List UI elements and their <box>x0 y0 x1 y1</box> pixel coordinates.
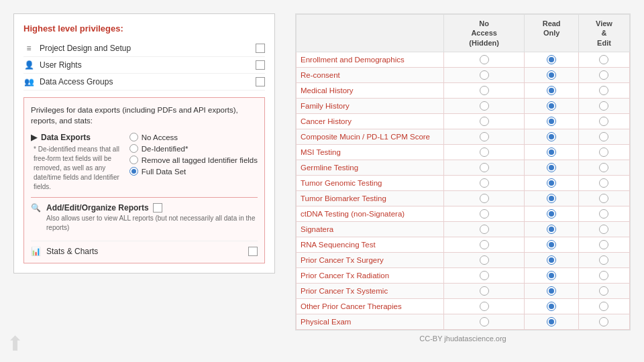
radio-cell-viewEdit[interactable] <box>578 237 629 252</box>
radio-cell-viewEdit[interactable] <box>578 221 629 237</box>
radio-readOnly-0[interactable] <box>547 55 556 64</box>
radio-cell-viewEdit[interactable] <box>578 175 629 190</box>
radio-cell-readOnly[interactable] <box>525 160 579 175</box>
radio-cell-readOnly[interactable] <box>525 144 579 160</box>
radio-cell-noAccess[interactable] <box>444 298 525 314</box>
privilege-checkbox-project[interactable] <box>256 44 265 53</box>
radio-cell-noAccess[interactable] <box>444 237 525 252</box>
radio-viewEdit-4[interactable] <box>599 117 608 126</box>
radio-cell-noAccess[interactable] <box>444 129 525 144</box>
radio-cell-noAccess[interactable] <box>444 52 525 67</box>
radio-cell-noAccess[interactable] <box>444 67 525 82</box>
radio-viewEdit-10[interactable] <box>599 209 608 219</box>
radio-viewEdit-2[interactable] <box>599 86 608 95</box>
radio-noAccess-17[interactable] <box>480 317 489 326</box>
radio-no-access[interactable]: No Access <box>129 133 258 141</box>
radio-viewEdit-9[interactable] <box>599 194 608 203</box>
radio-readOnly-7[interactable] <box>547 163 556 172</box>
radio-cell-noAccess[interactable] <box>444 175 525 190</box>
radio-cell-viewEdit[interactable] <box>578 98 629 113</box>
radio-readOnly-14[interactable] <box>547 271 556 280</box>
radio-cell-viewEdit[interactable] <box>578 267 629 283</box>
radio-cell-viewEdit[interactable] <box>578 298 629 314</box>
privilege-checkbox-userrights[interactable] <box>256 60 265 70</box>
radio-cell-readOnly[interactable] <box>525 237 579 252</box>
radio-remove-tagged-circle[interactable] <box>129 156 138 164</box>
radio-cell-noAccess[interactable] <box>444 314 525 329</box>
radio-noAccess-1[interactable] <box>480 70 489 80</box>
radio-cell-noAccess[interactable] <box>444 190 525 206</box>
radio-viewEdit-12[interactable] <box>599 240 608 249</box>
radio-readOnly-6[interactable] <box>547 147 556 157</box>
radio-noAccess-12[interactable] <box>480 240 489 249</box>
radio-cell-viewEdit[interactable] <box>578 190 629 206</box>
radio-cell-viewEdit[interactable] <box>578 283 629 298</box>
radio-noAccess-11[interactable] <box>480 225 489 234</box>
radio-cell-readOnly[interactable] <box>525 221 579 237</box>
radio-noAccess-8[interactable] <box>480 178 489 188</box>
radio-noAccess-10[interactable] <box>480 209 489 219</box>
radio-full-dataset-circle[interactable] <box>129 167 138 176</box>
radio-cell-readOnly[interactable] <box>525 206 579 221</box>
radio-cell-readOnly[interactable] <box>525 283 579 298</box>
radio-cell-readOnly[interactable] <box>525 67 579 82</box>
radio-full-dataset[interactable]: Full Data Set <box>129 167 258 176</box>
radio-cell-readOnly[interactable] <box>525 190 579 206</box>
radio-cell-readOnly[interactable] <box>525 52 579 67</box>
radio-viewEdit-16[interactable] <box>599 302 608 311</box>
radio-readOnly-15[interactable] <box>547 286 556 296</box>
stats-checkbox[interactable] <box>248 247 258 256</box>
radio-readOnly-8[interactable] <box>547 178 556 188</box>
radio-noAccess-14[interactable] <box>480 271 489 280</box>
radio-viewEdit-15[interactable] <box>599 286 608 296</box>
radio-cell-noAccess[interactable] <box>444 221 525 237</box>
radio-viewEdit-14[interactable] <box>599 271 608 280</box>
radio-noAccess-13[interactable] <box>480 255 489 265</box>
radio-cell-readOnly[interactable] <box>525 82 579 98</box>
radio-readOnly-5[interactable] <box>547 132 556 141</box>
radio-readOnly-1[interactable] <box>547 70 556 80</box>
radio-viewEdit-1[interactable] <box>599 70 608 80</box>
radio-noAccess-0[interactable] <box>480 55 489 64</box>
radio-cell-viewEdit[interactable] <box>578 67 629 82</box>
radio-readOnly-16[interactable] <box>547 302 556 311</box>
privilege-checkbox-accessgroups[interactable] <box>256 77 265 86</box>
radio-viewEdit-7[interactable] <box>599 163 608 172</box>
radio-cell-noAccess[interactable] <box>444 283 525 298</box>
radio-cell-readOnly[interactable] <box>525 98 579 113</box>
radio-cell-noAccess[interactable] <box>444 160 525 175</box>
radio-cell-viewEdit[interactable] <box>578 113 629 129</box>
radio-viewEdit-6[interactable] <box>599 147 608 157</box>
radio-viewEdit-0[interactable] <box>599 55 608 64</box>
radio-readOnly-10[interactable] <box>547 209 556 219</box>
radio-cell-noAccess[interactable] <box>444 82 525 98</box>
radio-noAccess-15[interactable] <box>480 286 489 296</box>
radio-noAccess-5[interactable] <box>480 132 489 141</box>
radio-cell-noAccess[interactable] <box>444 113 525 129</box>
radio-cell-noAccess[interactable] <box>444 144 525 160</box>
radio-cell-viewEdit[interactable] <box>578 252 629 267</box>
radio-readOnly-12[interactable] <box>547 240 556 249</box>
radio-viewEdit-13[interactable] <box>599 255 608 265</box>
reports-checkbox[interactable] <box>153 203 162 213</box>
radio-readOnly-17[interactable] <box>547 317 556 326</box>
radio-cell-viewEdit[interactable] <box>578 52 629 67</box>
radio-deidentified[interactable]: De-Identified* <box>129 144 258 153</box>
radio-noAccess-4[interactable] <box>480 117 489 126</box>
radio-readOnly-4[interactable] <box>547 117 556 126</box>
radio-noAccess-6[interactable] <box>480 147 489 157</box>
radio-readOnly-2[interactable] <box>547 86 556 95</box>
radio-cell-viewEdit[interactable] <box>578 314 629 329</box>
radio-noAccess-7[interactable] <box>480 163 489 172</box>
radio-cell-viewEdit[interactable] <box>578 160 629 175</box>
radio-viewEdit-17[interactable] <box>599 317 608 326</box>
radio-remove-tagged[interactable]: Remove all tagged Identifier fields <box>129 156 258 164</box>
radio-cell-noAccess[interactable] <box>444 206 525 221</box>
radio-cell-viewEdit[interactable] <box>578 206 629 221</box>
radio-readOnly-3[interactable] <box>547 101 556 111</box>
radio-cell-noAccess[interactable] <box>444 98 525 113</box>
radio-viewEdit-5[interactable] <box>599 132 608 141</box>
radio-cell-noAccess[interactable] <box>444 252 525 267</box>
radio-cell-readOnly[interactable] <box>525 267 579 283</box>
radio-cell-readOnly[interactable] <box>525 175 579 190</box>
